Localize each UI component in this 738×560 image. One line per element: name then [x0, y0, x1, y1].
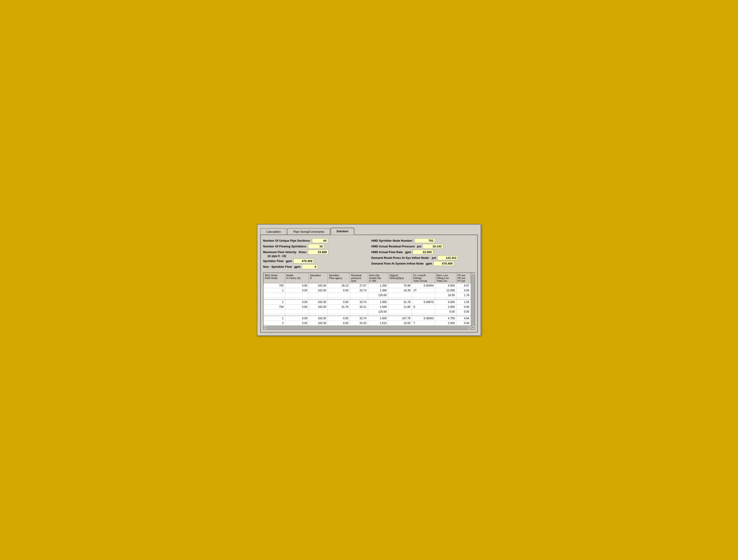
table-cell	[412, 309, 435, 314]
table-cell	[388, 293, 412, 298]
col-sprinkler-flow: Sprinkler Flow (gpm)	[328, 273, 350, 283]
table-cell: 0.00	[456, 288, 471, 293]
table-cell: 11.80	[388, 305, 412, 309]
table-cell: 2	[264, 321, 285, 326]
h-scroll-left-btn[interactable]: ◄	[264, 326, 267, 329]
table-cell: 107.76	[388, 316, 412, 321]
table-body: 7035.60163.3029.1327.071.25075.980.40454…	[264, 283, 471, 326]
demand-flow-row: Demand Flow At System Inflow Node gpm 47…	[371, 261, 475, 266]
table-cell: 1.250	[368, 283, 388, 288]
h-scrollbar[interactable]: ◄ ►	[264, 326, 471, 329]
table-cell: 163.30	[309, 316, 328, 321]
table-row: 20.00163.300.0033.331.61010.00T2.0000.00	[264, 321, 471, 326]
col-q-velocity: Q(gpm) Velocity(fps)	[388, 273, 412, 283]
table-cell: 163.30	[309, 288, 328, 293]
table-cell: 0.00	[456, 321, 471, 326]
flowing-sprinklers-value: 16	[308, 244, 324, 249]
table-cell: 163.30	[309, 305, 328, 309]
tab-solution[interactable]: Solution	[331, 228, 354, 235]
table-row: 120.005.000.93	[264, 309, 471, 314]
table-header-row: BEG-Node END-Node Nodal K-Factor (K) Ele…	[264, 273, 471, 283]
table-cell: 0.40454	[412, 283, 435, 288]
table-cell: 0.36453	[412, 316, 435, 321]
table-scroll[interactable]: BEG-Node END-Node Nodal K-Factor (K) Ele…	[264, 273, 471, 326]
non-sprinkler-flow-unit: gpm	[294, 265, 300, 268]
table-cell: 0.00	[328, 321, 350, 326]
table-row	[264, 298, 471, 300]
demand-flow-value: 470.409	[433, 261, 454, 266]
table-cell: 3.000	[435, 300, 456, 305]
table-cell	[350, 314, 368, 316]
hmd-residual-row: HMD Actual Residual Pressure psi 16.143	[371, 244, 475, 249]
table-cell	[328, 298, 350, 300]
table-row	[264, 314, 471, 316]
table-cell: 5.60	[285, 305, 309, 309]
table-cell	[456, 314, 471, 316]
table-cell: 33.74	[350, 300, 368, 305]
table-cell	[264, 314, 285, 316]
table-cell	[412, 298, 435, 300]
col-beg-end-node: BEG-Node END-Node	[264, 273, 285, 283]
table-cell: 16.50	[435, 293, 456, 298]
table-cell	[264, 298, 285, 300]
tab-pipe-sizing[interactable]: Pipe Sizing/Constraints	[287, 228, 330, 235]
table-cell	[412, 293, 435, 298]
table-cell	[368, 298, 388, 300]
tab-calculation[interactable]: Calculation	[260, 228, 287, 235]
table-cell: 4.500	[435, 283, 456, 288]
v-scroll-up-btn[interactable]: ▲	[471, 273, 475, 276]
v-scroll-track[interactable]	[471, 276, 474, 326]
table-cell: 32.21	[350, 305, 368, 309]
table-cell	[435, 314, 456, 316]
table-cell	[309, 298, 328, 300]
table-cell: 0.00	[328, 300, 350, 305]
table-cell: 31.78	[328, 305, 350, 309]
table-cell: 163.30	[309, 283, 328, 288]
velocity-sublabel-row: (in pipe 9 - 10)	[263, 254, 367, 258]
table-cell: 1.000	[368, 300, 388, 305]
table-row: 120.0016.501.78	[264, 293, 471, 298]
table-cell: 0.00	[285, 288, 309, 293]
table-cell: 1.53	[456, 300, 471, 305]
table-cell: 0.00	[285, 300, 309, 305]
table-cell: 120.00	[368, 293, 388, 298]
velocity-sublabel: (in pipe 9 - 10)	[263, 254, 286, 258]
non-sprinkler-flow-row: Non - Sprinkler Flow gpm 0	[263, 264, 367, 269]
max-flow-velocity-value: 23.668	[308, 250, 329, 254]
col-nom-dia: Nom-Dia Inside-Dia C-VAL	[368, 273, 388, 283]
hmd-flow-value: 22.500	[413, 250, 433, 254]
table-cell: 1.500	[368, 316, 388, 321]
col-fri-loss: Fri.-Loss/ft Fittings Type-Group	[412, 273, 435, 283]
table-main: BEG-Node END-Node Nodal K-Factor (K) Ele…	[264, 273, 471, 329]
hmd-node-value: 701	[415, 238, 435, 243]
hmd-flow-row: HMD Actual Flow Rate gpm 22.500	[371, 250, 475, 254]
table-cell	[285, 298, 309, 300]
h-scroll-track[interactable]	[267, 326, 467, 329]
table-cell: E	[412, 305, 435, 309]
table-cell: 703	[264, 283, 285, 288]
flowing-sprinklers-row: Number Of Flowing Sprinklers: 16	[263, 244, 367, 249]
v-scroll-down-btn[interactable]: ▼	[471, 326, 475, 329]
hmd-residual-unit: psi	[417, 244, 421, 248]
demand-flow-unit: gpm	[426, 262, 432, 265]
hmd-node-label: HMD Sprinkler Node Number:	[371, 239, 413, 242]
table-cell: 5.00	[435, 309, 456, 314]
table-cell	[412, 314, 435, 316]
table-cell	[328, 309, 350, 314]
h-scroll-right-btn[interactable]: ►	[467, 326, 471, 329]
table-cell: 120.00	[368, 309, 388, 314]
hmd-flow-unit: gpm	[405, 250, 411, 254]
table-cell: 1.610	[368, 321, 388, 326]
table-cell: 163.30	[309, 321, 328, 326]
table-cell	[435, 298, 456, 300]
data-table-container: BEG-Node END-Node Nodal K-Factor (K) Ele…	[263, 272, 475, 330]
table-cell: 33.33	[350, 321, 368, 326]
unique-pipe-label: Number Of Unique Pipe Sections:	[263, 239, 311, 242]
table-cell: 33.74	[350, 316, 368, 321]
table-cell	[309, 293, 328, 298]
non-sprinkler-flow-label: Non - Sprinkler Flow	[263, 265, 292, 268]
table-cell	[350, 298, 368, 300]
content-box: Number Of Unique Pipe Sections: 44 Numbe…	[260, 234, 478, 333]
non-sprinkler-flow-value: 0	[302, 264, 318, 269]
col-residual-pressure: Residual pressure (psi)	[350, 273, 368, 283]
